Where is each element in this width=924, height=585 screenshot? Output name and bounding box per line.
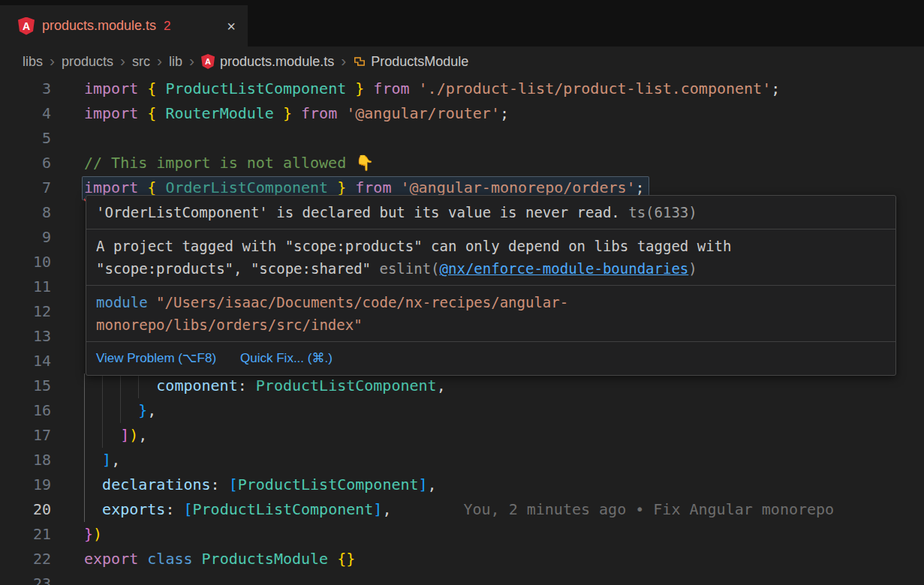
code-token: }	[84, 525, 93, 543]
code-token: ,	[138, 426, 147, 444]
code-token	[328, 178, 337, 196]
boundary-diagnostic-source-close: )	[688, 260, 697, 277]
tab-bar: A products.module.ts 2 ×	[0, 0, 924, 46]
code-text: // This import is not allowed 👇	[84, 151, 374, 176]
code-line-20[interactable]: 20 exports: [ProductListComponent],You, …	[0, 497, 924, 522]
code-line-22[interactable]: 22export class ProductsModule {}	[0, 547, 924, 572]
code-token	[84, 451, 102, 469]
code-token: ;	[500, 104, 509, 122]
eslint-rule-link[interactable]: @nx/enforce-module-boundaries	[440, 260, 689, 277]
line-number: 4	[0, 101, 51, 126]
code-token	[193, 550, 202, 568]
code-token: OrderListComponent	[165, 178, 328, 196]
code-token: ]	[102, 451, 111, 469]
code-token: import	[84, 80, 138, 98]
view-problem-action[interactable]: View Problem (⌥F8)	[96, 347, 216, 370]
code-token: RouterModule	[165, 104, 274, 122]
line-number: 11	[0, 274, 51, 299]
breadcrumb-item-libs[interactable]: libs	[23, 54, 43, 70]
code-token	[156, 80, 165, 98]
code-token: ]	[419, 476, 428, 494]
code-token: declarations	[102, 476, 211, 494]
angular-icon: A	[18, 17, 35, 35]
breadcrumb-item-src[interactable]: src	[132, 54, 150, 70]
code-line-17[interactable]: 17 ]),	[0, 423, 924, 448]
code-token: ,	[111, 451, 120, 469]
code-token: {	[147, 104, 156, 122]
breadcrumb-item-file[interactable]: A products.module.ts	[201, 54, 334, 70]
line-number: 6	[0, 151, 51, 176]
code-line-19[interactable]: 19 declarations: [ProductListComponent],	[0, 472, 924, 497]
code-token	[138, 550, 147, 568]
code-token: ,	[147, 401, 156, 419]
code-token: {	[147, 80, 156, 98]
breadcrumb-item-symbol[interactable]: ProductsModule	[353, 54, 468, 70]
code-token	[328, 550, 337, 568]
line-number: 8	[0, 200, 51, 225]
code-token: ;	[771, 80, 780, 98]
code-token: [	[229, 476, 238, 494]
code-line-5[interactable]: 5	[0, 126, 924, 151]
code-token	[84, 476, 102, 494]
angular-icon: A	[201, 54, 215, 69]
line-number: 16	[0, 398, 51, 423]
angular-icon-letter: A	[23, 20, 30, 32]
unused-diagnostic-source: ts(6133)	[620, 204, 697, 220]
code-token: :	[238, 376, 256, 394]
code-token: from	[355, 178, 391, 196]
line-number: 9	[0, 225, 51, 250]
code-line-18[interactable]: 18 ],	[0, 448, 924, 472]
module-keyword: module	[96, 294, 148, 310]
chevron-right-icon: ›	[341, 52, 346, 70]
hover-section-boundary: A project tagged with "scope:products" c…	[86, 230, 895, 286]
tab-title: products.module.ts	[42, 18, 156, 34]
code-token: ;	[636, 178, 645, 196]
code-token	[364, 80, 373, 98]
line-number: 20	[0, 497, 51, 522]
close-icon[interactable]: ×	[227, 19, 236, 34]
tab-products-module[interactable]: A products.module.ts 2 ×	[0, 5, 248, 46]
code-line-4[interactable]: 4import { RouterModule } from '@angular/…	[0, 101, 924, 126]
code-token	[292, 104, 301, 122]
code-token: // This import is not allowed	[84, 154, 355, 172]
code-token	[346, 80, 355, 98]
code-line-15[interactable]: 15 component: ProductListComponent,	[0, 374, 924, 398]
hover-section-module-path: module "/Users/isaac/Documents/code/nx-r…	[86, 286, 895, 342]
code-token: export	[84, 550, 138, 568]
line-number: 15	[0, 374, 51, 398]
code-token	[84, 426, 120, 444]
hover-actions: View Problem (⌥F8) Quick Fix... (⌘.)	[86, 342, 895, 375]
code-token	[156, 104, 165, 122]
code-editor[interactable]: 3import { ProductListComponent } from '.…	[0, 76, 924, 585]
code-token	[138, 80, 147, 98]
code-token	[84, 401, 138, 419]
chevron-right-icon: ›	[50, 52, 55, 70]
code-line-3[interactable]: 3import { ProductListComponent } from '.…	[0, 76, 924, 101]
breadcrumb-item-lib[interactable]: lib	[169, 54, 182, 70]
line-number: 14	[0, 349, 51, 374]
code-token: from	[373, 80, 409, 98]
tab-problems-badge: 2	[164, 19, 170, 34]
code-token: ,	[428, 476, 437, 494]
code-line-21[interactable]: 21})	[0, 522, 924, 547]
vscode-window: A products.module.ts 2 × libs › products…	[0, 0, 924, 585]
code-text: })	[84, 522, 102, 547]
code-token: component	[156, 376, 237, 394]
code-token: ]	[120, 426, 129, 444]
code-line-23[interactable]: 23	[0, 572, 924, 585]
code-token: ProductListComponent	[238, 476, 419, 494]
code-token: class	[147, 550, 192, 568]
code-token: )	[129, 426, 138, 444]
quick-fix-action[interactable]: Quick Fix... (⌘.)	[240, 347, 333, 370]
line-number: 23	[0, 572, 51, 585]
code-line-6[interactable]: 6// This import is not allowed 👇	[0, 151, 924, 176]
code-token: ]	[373, 500, 382, 518]
code-token: {}	[337, 550, 355, 568]
code-line-16[interactable]: 16 },	[0, 398, 924, 423]
code-token: './product-list/product-list.component'	[419, 80, 772, 98]
code-token: import	[84, 178, 138, 196]
breadcrumb-symbol-label: ProductsModule	[371, 54, 468, 70]
line-number: 7	[0, 176, 51, 200]
breadcrumb-item-products[interactable]: products	[62, 54, 113, 70]
code-token: ProductListComponent	[193, 500, 374, 518]
